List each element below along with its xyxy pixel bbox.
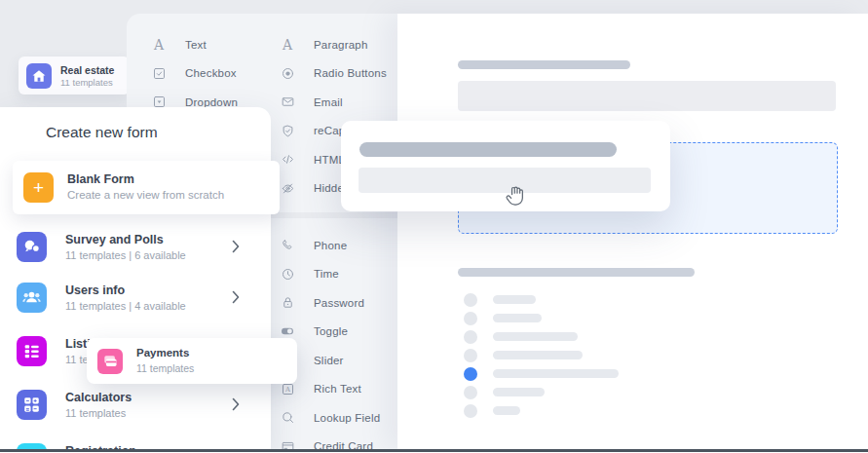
template-card-count: 11 templates: [136, 362, 194, 374]
chat-bubbles-icon: [17, 232, 47, 262]
users-icon: [17, 283, 47, 313]
sidebar-item-survey-and-polls[interactable]: Survey and Polls 11 templates | 6 availa…: [0, 232, 271, 265]
radio-option-row: [464, 386, 545, 399]
palette-item-label: Email: [314, 96, 343, 108]
skeleton-option-label: [493, 406, 520, 415]
paragraph-icon: A: [280, 37, 295, 53]
radio-dot[interactable]: [464, 293, 477, 307]
shield-icon: [280, 123, 295, 138]
email-icon: [280, 94, 295, 110]
phone-icon: [280, 238, 295, 253]
sidebar-item-title: Survey and Polls: [65, 233, 164, 246]
sidebar-item-calculators[interactable]: Calculators 11 templates: [0, 390, 271, 423]
palette-item-label: Checkbox: [185, 67, 237, 79]
palette-item-email[interactable]: Email: [280, 94, 395, 110]
palette-item-label: Phone: [314, 240, 347, 251]
skeleton-option-label: [493, 314, 542, 322]
radio-option-row-selected: [464, 367, 619, 381]
chevron-right-icon: [232, 240, 240, 257]
skeleton-option-label: [493, 388, 545, 396]
template-card-payments[interactable]: Payments 11 templates: [87, 338, 297, 384]
sidebar-item-meta: 11 templates | 6 available: [65, 249, 186, 261]
palette-item-label: Dropdown: [185, 96, 238, 108]
lock-icon: [280, 295, 295, 311]
wallet-icon: [97, 349, 123, 374]
palette-item-checkbox[interactable]: Checkbox: [151, 65, 266, 82]
sidebar-item-users-info[interactable]: Users info 11 templates | 4 available: [0, 283, 271, 316]
template-card-title: Real estate: [60, 64, 114, 76]
sidebar-item-title: Users info: [65, 283, 125, 297]
palette-item-label: Slider: [314, 355, 344, 366]
skeleton-option-label: [493, 351, 583, 359]
palette-item-text[interactable]: A Text: [151, 36, 266, 53]
radio-dot[interactable]: [464, 386, 477, 399]
radio-option-row: [464, 330, 578, 344]
radio-option-row: [464, 293, 536, 307]
radio-dot[interactable]: [464, 404, 477, 418]
template-card-count: 11 templates: [60, 77, 113, 88]
palette-item-label: Time: [314, 268, 339, 280]
template-card-title: Payments: [136, 347, 189, 359]
skeleton-option-label: [493, 369, 619, 378]
palette-item-label: Rich Text: [314, 383, 361, 395]
radio-dot-selected[interactable]: [464, 367, 477, 381]
blank-form-title: Blank Form: [67, 172, 134, 186]
create-form-panel: Create new form + Blank Form Create a ne…: [0, 107, 271, 453]
radio-option-row: [464, 312, 542, 325]
sidebar-item-meta: 11 templates | 4 available: [65, 300, 186, 312]
palette-item-toggle[interactable]: Toggle: [280, 323, 395, 340]
text-icon: A: [151, 37, 167, 53]
sidebar-item-title: Calculators: [65, 391, 132, 404]
code-icon: [280, 152, 295, 168]
chevron-right-icon: [232, 397, 240, 415]
checkbox-icon: [151, 65, 167, 81]
palette-item-radio-buttons[interactable]: Radio Buttons: [280, 65, 395, 82]
clock-icon: [280, 266, 295, 282]
palette-item-label: Toggle: [314, 325, 348, 337]
palette-item-lookup-field[interactable]: Lookup Field: [280, 409, 395, 426]
palette-item-rich-text[interactable]: A Rich Text: [280, 381, 395, 397]
radio-dot[interactable]: [464, 330, 477, 344]
palette-item-label: Text: [185, 39, 207, 51]
palette-item-time[interactable]: Time: [280, 266, 395, 283]
radio-option-row: [464, 404, 520, 418]
skeleton-input: [458, 81, 836, 111]
search-icon: [280, 410, 295, 426]
sidebar-item-meta: 11 templates: [65, 407, 126, 419]
palette-item-phone[interactable]: Phone: [280, 237, 395, 253]
radio-option-row: [464, 349, 583, 362]
palette-item-label: Radio Buttons: [314, 67, 387, 79]
eye-off-icon: [280, 180, 295, 196]
palette-item-paragraph[interactable]: A Paragraph: [280, 36, 395, 53]
radio-icon: [280, 65, 295, 81]
toggle-icon: [280, 323, 295, 339]
skeleton-field-label: [458, 60, 630, 69]
palette-item-label: Password: [314, 297, 364, 309]
form-canvas: [397, 14, 868, 449]
palette-item-password[interactable]: Password: [280, 294, 395, 311]
skeleton-section-label: [458, 268, 695, 277]
blank-form-button[interactable]: + Blank Form Create a new view from scra…: [13, 161, 280, 214]
skeleton-option-label: [493, 332, 578, 341]
list-icon: [17, 336, 47, 366]
skeleton-drag-input: [359, 168, 651, 193]
calculator-icon: [17, 390, 47, 420]
template-card-real-estate[interactable]: Real estate 11 templates: [19, 57, 130, 94]
skeleton-drag-label: [359, 142, 617, 157]
skeleton-option-label: [493, 295, 536, 304]
home-icon: [26, 63, 52, 89]
chevron-right-icon: [232, 290, 240, 308]
plus-icon: +: [23, 172, 54, 203]
palette-item-label: Paragraph: [314, 39, 368, 51]
panel-title: Create new form: [46, 124, 158, 141]
palette-item-label: Lookup Field: [314, 412, 380, 424]
radio-dot[interactable]: [464, 312, 477, 325]
radio-dot[interactable]: [464, 349, 477, 362]
dragged-field-card[interactable]: [341, 121, 670, 211]
svg-text:A: A: [284, 386, 291, 394]
blank-form-subtitle: Create a new view from scratch: [67, 189, 224, 201]
